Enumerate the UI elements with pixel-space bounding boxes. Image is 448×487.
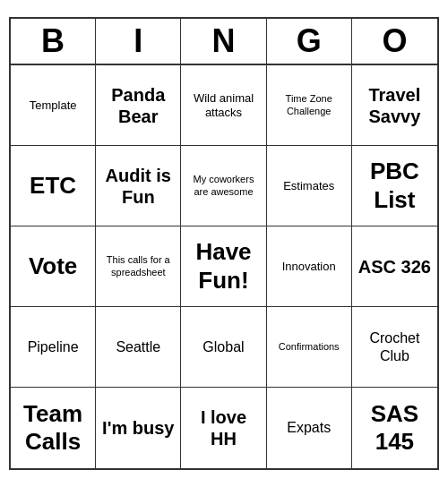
bingo-cell: PBC List	[352, 146, 437, 226]
bingo-cell: Template	[11, 65, 96, 146]
cell-text: Have Fun!	[186, 238, 260, 294]
cell-text: Crochet Club	[358, 329, 432, 363]
cell-text: Global	[202, 338, 244, 355]
cell-text: I love HH	[186, 406, 260, 449]
bingo-cell: Expats	[267, 388, 352, 468]
bingo-card: BINGO TemplatePanda BearWild animal atta…	[9, 17, 439, 470]
bingo-cell: Crochet Club	[352, 307, 437, 388]
cell-text: Panda Bear	[101, 84, 175, 127]
header-letter-i: I	[96, 19, 181, 64]
bingo-cell: Travel Savvy	[352, 65, 437, 146]
cell-text: Estimates	[283, 179, 334, 193]
bingo-cell: ASC 326	[352, 226, 437, 307]
cell-text: Seattle	[116, 338, 160, 355]
bingo-cell: SAS 145	[352, 388, 437, 468]
cell-text: ETC	[30, 172, 76, 200]
cell-text: Team Calls	[16, 400, 90, 456]
bingo-cell: Confirmations	[267, 307, 352, 388]
bingo-cell: I love HH	[181, 388, 266, 468]
cell-text: Time Zone Challenge	[272, 93, 346, 116]
cell-text: Expats	[287, 419, 331, 436]
cell-text: Vote	[29, 252, 77, 280]
bingo-cell: Global	[181, 307, 266, 388]
bingo-cell: Team Calls	[11, 388, 96, 468]
bingo-cell: I'm busy	[96, 388, 181, 468]
cell-text: SAS 145	[358, 400, 432, 456]
bingo-cell: Panda Bear	[96, 65, 181, 146]
cell-text: ASC 326	[358, 256, 431, 278]
cell-text: I'm busy	[102, 417, 174, 439]
cell-text: Confirmations	[279, 341, 340, 353]
bingo-cell: Seattle	[96, 307, 181, 388]
cell-text: Pipeline	[28, 338, 79, 355]
bingo-cell: Innovation	[267, 226, 352, 307]
header-letter-o: O	[352, 19, 437, 64]
bingo-cell: ETC	[11, 146, 96, 226]
bingo-cell: My coworkers are awesome	[181, 146, 266, 226]
cell-text: Innovation	[282, 260, 336, 274]
cell-text: My coworkers are awesome	[186, 174, 260, 197]
bingo-cell: Audit is Fun	[96, 146, 181, 226]
cell-text: PBC List	[358, 158, 432, 213]
bingo-grid: TemplatePanda BearWild animal attacksTim…	[11, 65, 437, 468]
cell-text: Wild animal attacks	[186, 91, 260, 119]
bingo-cell: Estimates	[267, 146, 352, 226]
cell-text: Template	[30, 98, 77, 113]
bingo-cell: Time Zone Challenge	[267, 65, 352, 146]
header-letter-g: G	[267, 19, 352, 64]
bingo-header: BINGO	[11, 19, 437, 65]
bingo-cell: Wild animal attacks	[181, 65, 266, 146]
header-letter-n: N	[181, 19, 266, 64]
bingo-cell: Have Fun!	[181, 226, 266, 307]
bingo-cell: This calls for a spreadsheet	[96, 226, 181, 307]
cell-text: Audit is Fun	[101, 165, 175, 208]
header-letter-b: B	[11, 19, 96, 64]
cell-text: This calls for a spreadsheet	[101, 254, 175, 278]
cell-text: Travel Savvy	[358, 84, 432, 127]
bingo-cell: Vote	[11, 226, 96, 307]
bingo-cell: Pipeline	[11, 307, 96, 388]
